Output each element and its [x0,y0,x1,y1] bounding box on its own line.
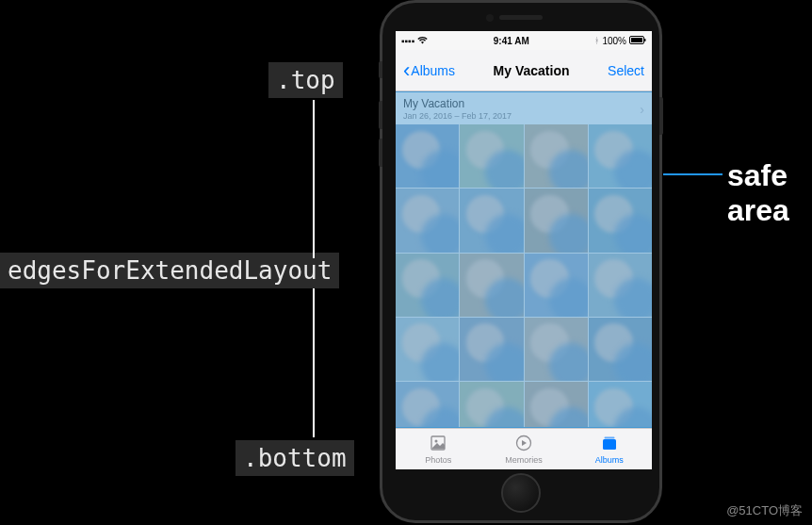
photo-thumbnail[interactable] [589,254,652,317]
volume-down-button [379,139,382,167]
chevron-left-icon: ‹ [403,64,410,77]
photo-thumbnail[interactable] [525,254,588,317]
svg-rect-7 [603,439,616,450]
album-section-title: My Vacation [403,97,512,110]
svg-rect-1 [631,38,642,42]
photo-thumbnail[interactable] [525,318,588,381]
photo-thumbnail[interactable] [589,124,652,188]
photo-thumbnail[interactable] [460,318,523,381]
albums-icon [600,434,619,454]
wifi-icon [417,36,428,46]
chevron-right-icon: › [640,102,644,117]
volume-up-button [379,101,382,129]
memories-icon [514,434,533,454]
power-button [659,97,663,135]
signal-strength-icon: ▪▪▪▪ [401,36,414,46]
photo-grid [396,124,652,445]
navigation-bar: ‹ Albums My Vacation Select [396,50,652,91]
tab-memories[interactable]: Memories [481,434,567,465]
photo-thumbnail[interactable] [589,189,652,252]
svg-rect-2 [644,39,646,41]
status-bar-time: 9:41 AM [494,36,529,46]
photo-thumbnail[interactable] [396,254,459,317]
tab-label: Albums [595,455,624,465]
album-section-header[interactable]: My Vacation Jan 26, 2016 – Feb 17, 2017 … [396,91,652,124]
tab-bar: Photos Memories Albums [396,428,652,469]
phone-front-camera [486,14,494,22]
tab-label: Photos [425,455,451,465]
watermark: @51CTO博客 [726,502,803,519]
connector-edges-to-bottom [313,288,315,437]
photo-thumbnail[interactable] [396,124,459,188]
tab-label: Memories [505,455,543,465]
iphone-screen: ▪▪▪▪ 9:41 AM ᚼ 100% ‹ Albums My Vacation [396,31,652,469]
label-bottom: .bottom [235,440,354,476]
photo-thumbnail[interactable] [460,189,523,252]
photo-thumbnail[interactable] [460,254,523,317]
photos-icon [429,434,447,454]
photo-thumbnail[interactable] [460,124,523,188]
photo-thumbnail[interactable] [525,189,588,252]
back-button[interactable]: ‹ Albums [403,63,455,78]
connector-safe-area [654,173,723,175]
svg-rect-8 [604,437,614,439]
tab-albums[interactable]: Albums [566,434,652,465]
photo-thumbnail[interactable] [396,318,459,381]
phone-speaker [499,15,543,20]
bluetooth-icon: ᚼ [594,36,599,45]
battery-icon [629,36,646,46]
mute-switch [379,61,382,78]
back-button-label: Albums [411,63,455,78]
select-button[interactable]: Select [608,63,644,78]
photo-thumbnail[interactable] [589,318,652,381]
label-top: .top [268,62,343,98]
iphone-device-frame: ▪▪▪▪ 9:41 AM ᚼ 100% ‹ Albums My Vacation [380,0,662,523]
label-edges-for-extended-layout: edgesForExtendedLayout [0,253,339,288]
status-bar: ▪▪▪▪ 9:41 AM ᚼ 100% [396,31,652,50]
connector-top-to-edges [313,100,315,258]
navigation-title: My Vacation [494,63,570,78]
album-section-subtitle: Jan 26, 2016 – Feb 17, 2017 [403,111,512,121]
svg-point-4 [435,440,438,443]
home-button[interactable] [501,473,541,513]
status-bar-right: ᚼ 100% [594,36,646,46]
status-bar-left: ▪▪▪▪ [401,36,428,46]
battery-percentage: 100% [602,36,626,46]
svg-marker-6 [522,440,527,446]
photo-thumbnail[interactable] [525,124,588,188]
tab-photos[interactable]: Photos [396,434,481,465]
photo-thumbnail[interactable] [396,189,459,252]
label-safe-area: safe area [727,158,812,228]
